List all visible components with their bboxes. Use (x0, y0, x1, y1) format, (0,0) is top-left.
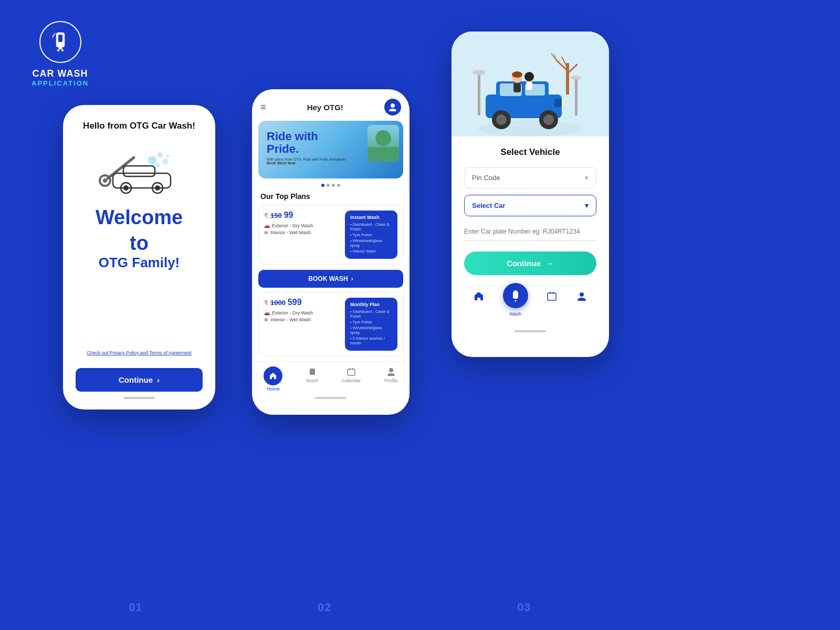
continue-button[interactable]: Continue → (464, 251, 596, 275)
svg-point-6 (103, 178, 107, 183)
book-wash-label: BOOK WASH (308, 275, 348, 282)
svg-point-2 (57, 49, 59, 51)
nav-profile-label: Profile (384, 378, 398, 383)
plan2-currency: ₹ (264, 299, 268, 307)
logo-area: CAR WASH APPLICATION (32, 21, 89, 87)
svg-rect-1 (58, 35, 62, 42)
plan1-old-price: 150 (270, 212, 282, 219)
plan1-feature-2: ⊕ Interior - Wet Wash (264, 230, 341, 235)
svg-point-16 (155, 163, 160, 167)
plate-number-input[interactable] (464, 223, 596, 241)
logo-title: CAR WASH (33, 68, 88, 79)
svg-line-4 (108, 158, 134, 178)
chevron-down-icon-2: ▾ (585, 202, 589, 209)
continue-arrow-icon: → (546, 259, 554, 268)
svg-rect-20 (348, 369, 355, 375)
nav-wash[interactable]: Wash (306, 366, 318, 392)
svg-rect-28 (575, 79, 578, 116)
svg-point-14 (158, 152, 163, 158)
plan2-feature-1: 🚗 Exterior - Dry Wash (264, 310, 341, 316)
plan-card-2: ₹ 1000 599 🚗 Exterior - Dry Wash ⊕ Inter… (258, 292, 403, 356)
plan1-feature-1: 🚗 Exterior - Dry Wash (264, 223, 341, 228)
phone1-home-bar (123, 397, 155, 399)
phone3-nav-calendar[interactable] (546, 290, 558, 324)
phone1-continue-button[interactable]: Continue › (76, 368, 203, 392)
svg-rect-8 (123, 166, 155, 176)
banner: Ride with Pride. With plans from OTG. Ri… (258, 121, 403, 178)
phone3-nav-wash[interactable]: Wash (503, 283, 528, 317)
svg-point-43 (543, 114, 554, 125)
plan1-left: ₹ 150 99 🚗 Exterior - Dry Wash ⊕ Interio… (264, 211, 341, 259)
select-vehicle-title: Select Vehicle (464, 147, 596, 158)
phone3-home-bar (514, 330, 546, 332)
phone-2: ≡ Hey OTG! Ride with Pride. With plans f… (252, 89, 410, 415)
dot-3 (332, 184, 335, 187)
phone1-welcome-line2: to (130, 232, 149, 255)
select-car-dropdown[interactable]: Select Car ▾ (464, 195, 596, 216)
nav-profile[interactable]: Profile (384, 366, 398, 392)
phone1-privacy[interactable]: Check out Privacy Policy and Terms of Ag… (87, 350, 191, 355)
svg-point-23 (389, 368, 393, 372)
plan1-item-1: • Dashboard - Clean & Polish (350, 222, 392, 232)
phone3-nav-profile[interactable] (576, 290, 587, 324)
svg-point-13 (148, 156, 156, 164)
svg-point-41 (496, 114, 507, 125)
phone2-header: ≡ Hey OTG! (252, 89, 410, 121)
plan2-right-title: Monthly Plan (350, 302, 392, 307)
plan2-new-price: 599 (288, 298, 302, 307)
logo-circle (39, 21, 81, 63)
plan1-new-price: 99 (284, 211, 293, 220)
nav-wash-label: Wash (306, 378, 318, 383)
svg-rect-47 (513, 83, 521, 92)
screen-label-1: 01 (129, 601, 142, 614)
svg-rect-53 (548, 293, 556, 300)
svg-point-15 (162, 159, 169, 165)
plan2-item-3: • Windshield/glass spray (350, 326, 392, 335)
book-wash-button[interactable]: BOOK WASH › (258, 270, 403, 288)
svg-point-50 (512, 71, 522, 78)
phone3-nav-home[interactable] (473, 290, 485, 324)
phone3-wash-label: Wash (509, 311, 521, 317)
plan2-old-price: 1000 (270, 299, 286, 307)
dot-1 (321, 184, 324, 187)
plan1-right-title: Instant Wash (350, 215, 392, 220)
continue-label: Continue (507, 259, 541, 268)
phone2-home-bar (315, 397, 346, 399)
dot-4 (337, 184, 340, 187)
svg-point-10 (123, 185, 129, 191)
nav-home[interactable]: Home (264, 366, 282, 392)
banner-image (368, 125, 399, 162)
globe-icon: ⊕ (264, 230, 268, 235)
plan1-item-2: • Tyre Polish (350, 233, 392, 237)
avatar (384, 99, 401, 116)
phone-3: Select Vehicle Pin Code ▾ Select Car ▾ C… (452, 32, 609, 357)
hamburger-icon[interactable]: ≡ (260, 102, 266, 113)
svg-point-12 (155, 185, 160, 191)
svg-rect-45 (554, 99, 562, 107)
plan1-currency: ₹ (264, 212, 268, 219)
phone1-header: Hello from OTG Car Wash! (83, 121, 195, 131)
svg-point-18 (391, 103, 395, 108)
select-car-label: Select Car (472, 202, 506, 209)
plan1-right: Instant Wash • Dashboard - Clean & Polis… (345, 211, 397, 259)
svg-point-27 (472, 70, 485, 75)
plan1-item-4: • Interior Wash (350, 249, 392, 254)
book-arrow-icon: › (351, 275, 353, 282)
home-icon-bg (264, 366, 282, 385)
phone2-nav: Home Wash Calendar Profile (252, 362, 410, 395)
screen-label-2: 02 (318, 601, 331, 614)
plan2-right: Monthly Plan • Dashboard - Clean & Polis… (345, 298, 397, 351)
phone1-welcome-line1: Welcome (96, 207, 183, 229)
svg-point-56 (580, 292, 584, 297)
phone1-welcome-line3: OTG Family! (99, 255, 180, 271)
plan1-item-3: • Windshield/glass spray (350, 238, 392, 248)
banner-dots (252, 184, 410, 187)
car-icon-2: 🚗 (264, 310, 270, 316)
svg-rect-19 (310, 369, 315, 375)
screen-label-3: 03 (517, 601, 531, 614)
svg-rect-26 (478, 74, 480, 116)
nav-calendar-label: Calendar (342, 378, 361, 383)
nav-calendar[interactable]: Calendar (342, 366, 361, 392)
svg-point-29 (571, 76, 581, 80)
pin-code-dropdown[interactable]: Pin Code ▾ (464, 167, 596, 188)
